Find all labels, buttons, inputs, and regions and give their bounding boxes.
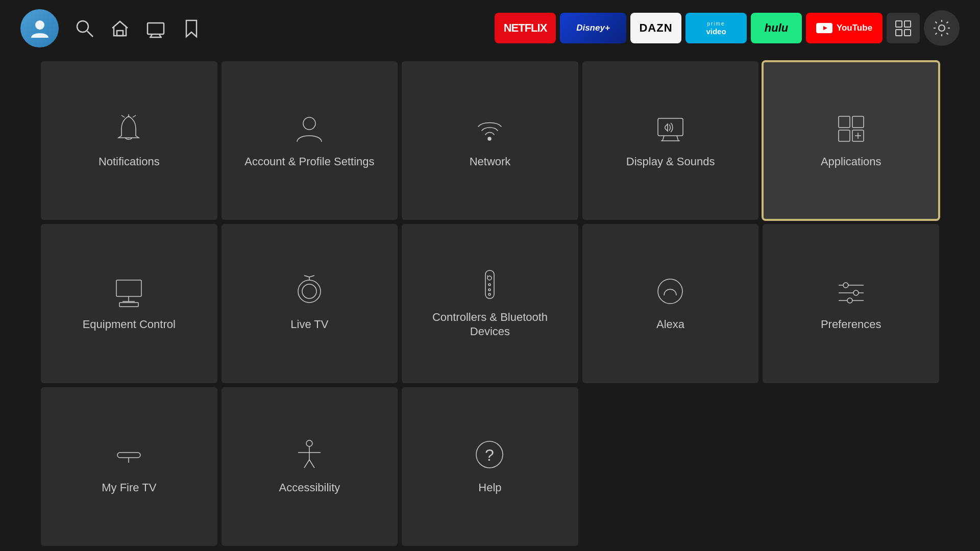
tv-icon[interactable]: [145, 18, 166, 38]
controllers-label: Controllers & Bluetooth Devices: [412, 310, 568, 339]
preferences-icon: [835, 275, 868, 308]
display-sounds-label: Display & Sounds: [626, 155, 715, 169]
svg-point-40: [488, 284, 491, 286]
svg-point-1: [77, 21, 88, 32]
svg-rect-3: [117, 31, 123, 36]
svg-line-2: [87, 31, 93, 37]
svg-line-57: [309, 460, 314, 468]
svg-point-53: [306, 440, 312, 446]
svg-line-15: [121, 115, 125, 117]
svg-point-50: [847, 298, 852, 303]
svg-line-36: [304, 276, 309, 277]
equipment-control-label: Equipment Control: [83, 317, 176, 332]
svg-rect-51: [117, 453, 140, 458]
top-navigation: NETFLIX Disney+ DAZN prime video hulu Yo…: [0, 0, 980, 56]
alexa-tile[interactable]: Alexa: [582, 224, 759, 383]
accessibility-label: Accessibility: [279, 481, 340, 495]
svg-line-37: [309, 276, 314, 277]
svg-point-33: [302, 284, 316, 298]
svg-line-21: [677, 136, 678, 141]
account-profile-tile[interactable]: Account & Profile Settings: [222, 61, 398, 220]
preferences-tile[interactable]: Preferences: [763, 224, 939, 383]
svg-line-56: [304, 460, 309, 468]
applications-label: Applications: [821, 155, 881, 169]
svg-point-13: [939, 25, 945, 31]
svg-rect-24: [852, 116, 864, 128]
svg-marker-8: [823, 26, 827, 30]
svg-rect-38: [485, 270, 494, 298]
help-label: Help: [478, 481, 501, 495]
settings-grid: Notifications Account & Profile Settings…: [0, 56, 980, 551]
live-tv-icon: [293, 275, 326, 308]
streaming-services: NETFLIX Disney+ DAZN prime video hulu Yo…: [495, 10, 960, 46]
svg-rect-23: [839, 116, 850, 128]
youtube-button[interactable]: YouTube: [806, 13, 883, 43]
disney-button[interactable]: Disney+: [560, 13, 626, 43]
svg-rect-4: [148, 23, 164, 34]
user-avatar[interactable]: [20, 9, 59, 47]
svg-point-39: [487, 276, 492, 280]
accessibility-tile[interactable]: Accessibility: [222, 387, 398, 546]
controllers-icon: [473, 268, 506, 301]
svg-point-0: [35, 20, 44, 30]
dazn-button[interactable]: DAZN: [630, 13, 681, 43]
svg-rect-29: [116, 280, 141, 296]
svg-point-17: [303, 117, 315, 130]
svg-rect-11: [896, 30, 902, 36]
controllers-bluetooth-tile[interactable]: Controllers & Bluetooth Devices: [402, 224, 578, 383]
display-sounds-tile[interactable]: Display & Sounds: [582, 61, 759, 220]
notifications-label: Notifications: [99, 155, 160, 169]
svg-line-16: [133, 115, 136, 117]
search-icon[interactable]: [74, 18, 94, 38]
bookmark-icon[interactable]: [181, 18, 202, 38]
equipment-control-icon: [112, 275, 145, 308]
help-tile[interactable]: ? Help: [402, 387, 578, 546]
svg-point-41: [488, 289, 491, 291]
hulu-button[interactable]: hulu: [751, 13, 802, 43]
live-tv-label: Live TV: [290, 317, 328, 332]
prime-video-button[interactable]: prime video: [685, 13, 747, 43]
netflix-button[interactable]: NETFLIX: [495, 13, 556, 43]
nav-left-icons: [20, 9, 202, 47]
alexa-label: Alexa: [656, 317, 684, 332]
svg-rect-9: [896, 21, 902, 27]
svg-text:?: ?: [485, 446, 495, 464]
svg-rect-12: [904, 30, 911, 36]
svg-point-44: [658, 279, 682, 304]
preferences-label: Preferences: [821, 317, 881, 332]
svg-point-34: [298, 280, 321, 303]
account-label: Account & Profile Settings: [244, 155, 374, 169]
svg-point-42: [488, 293, 491, 295]
youtube-logo: [816, 23, 832, 33]
svg-point-18: [488, 137, 491, 140]
svg-point-48: [853, 290, 859, 295]
network-label: Network: [470, 155, 511, 169]
svg-line-20: [663, 136, 664, 141]
svg-rect-25: [839, 130, 850, 141]
help-icon: ?: [473, 438, 506, 471]
settings-button[interactable]: [924, 10, 960, 46]
network-tile[interactable]: Network: [402, 61, 578, 220]
equipment-control-tile[interactable]: Equipment Control: [41, 224, 217, 383]
apps-button[interactable]: [887, 13, 920, 43]
notifications-icon: [112, 112, 145, 145]
svg-rect-10: [904, 21, 911, 27]
applications-icon: [835, 112, 868, 145]
my-fire-tv-tile[interactable]: My Fire TV: [41, 387, 217, 546]
display-sounds-icon: [654, 112, 687, 145]
svg-point-46: [843, 283, 848, 288]
alexa-icon: [654, 275, 687, 308]
accessibility-icon: [293, 438, 326, 471]
applications-tile[interactable]: Applications: [763, 61, 939, 220]
home-icon[interactable]: [110, 18, 130, 38]
my-fire-tv-label: My Fire TV: [102, 481, 156, 495]
live-tv-tile[interactable]: Live TV: [222, 224, 398, 383]
notifications-tile[interactable]: Notifications: [41, 61, 217, 220]
my-fire-tv-icon: [112, 438, 145, 471]
svg-rect-32: [119, 303, 138, 307]
account-icon: [293, 112, 326, 145]
network-icon: [473, 112, 506, 145]
